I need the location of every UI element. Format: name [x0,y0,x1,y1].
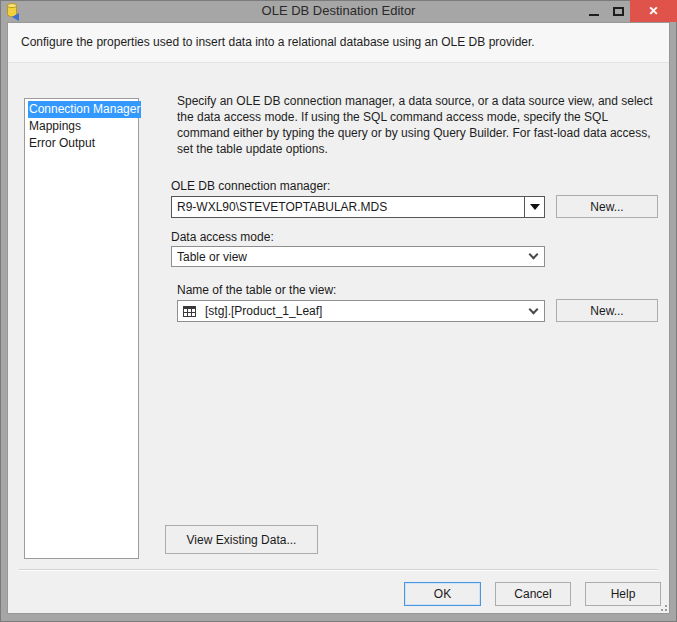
page-description: Specify an OLE DB connection manager, a … [177,93,663,157]
chevron-down-icon [528,304,538,314]
maximize-icon [613,7,624,16]
pages-listbox: Connection Manager Mappings Error Output [24,98,139,559]
maximize-button[interactable] [606,0,630,22]
data-access-mode-value: Table or view [172,250,522,264]
window-title: OLE DB Destination Editor [0,3,677,18]
connection-manager-value: R9-WXL90\STEVETOPTABULAR.MDS [172,200,524,214]
minimize-icon [589,14,599,16]
new-table-button[interactable]: New... [556,299,658,322]
cancel-button[interactable]: Cancel [495,582,571,606]
view-existing-data-button[interactable]: View Existing Data... [165,525,318,554]
dialog-body: Configure the properties used to insert … [7,22,670,614]
dropdown-button[interactable] [522,247,544,266]
ok-button[interactable]: OK [404,582,481,606]
help-button[interactable]: Help [585,582,661,606]
sidebar-item-label: Mappings [28,118,82,135]
ole-db-destination-editor-window: OLE DB Destination Editor ✕ Configure th… [0,0,677,622]
close-button[interactable]: ✕ [630,0,677,22]
dropdown-arrow-icon [530,204,540,210]
sidebar-item-mappings[interactable]: Mappings [28,118,138,135]
connection-manager-label: OLE DB connection manager: [171,179,330,193]
window-controls: ✕ [582,0,677,22]
data-access-mode-combo[interactable]: Table or view [171,246,545,267]
table-icon [183,306,196,317]
chevron-down-icon [528,250,538,260]
close-icon: ✕ [648,5,658,17]
table-name-label: Name of the table or the view: [177,283,336,297]
sidebar-item-label: Error Output [28,135,96,152]
connection-manager-combo[interactable]: R9-WXL90\STEVETOPTABULAR.MDS [171,196,545,218]
table-name-value: [stg].[Product_1_Leaf] [200,304,522,318]
new-connection-button[interactable]: New... [556,195,658,218]
sidebar-item-error-output[interactable]: Error Output [28,135,138,152]
dropdown-button[interactable] [522,301,544,321]
sidebar-item-connection-manager[interactable]: Connection Manager [28,101,138,118]
titlebar: OLE DB Destination Editor ✕ [0,0,677,22]
table-name-combo[interactable]: [stg].[Product_1_Leaf] [177,300,545,322]
sidebar-item-label: Connection Manager [28,101,141,118]
minimize-button[interactable] [582,0,606,22]
footer-separator [19,569,658,571]
data-access-mode-label: Data access mode: [171,230,274,244]
header-description-band: Configure the properties used to insert … [8,23,669,63]
resize-grip[interactable] [657,601,667,611]
header-description: Configure the properties used to insert … [8,23,669,49]
dropdown-button[interactable] [524,197,544,217]
